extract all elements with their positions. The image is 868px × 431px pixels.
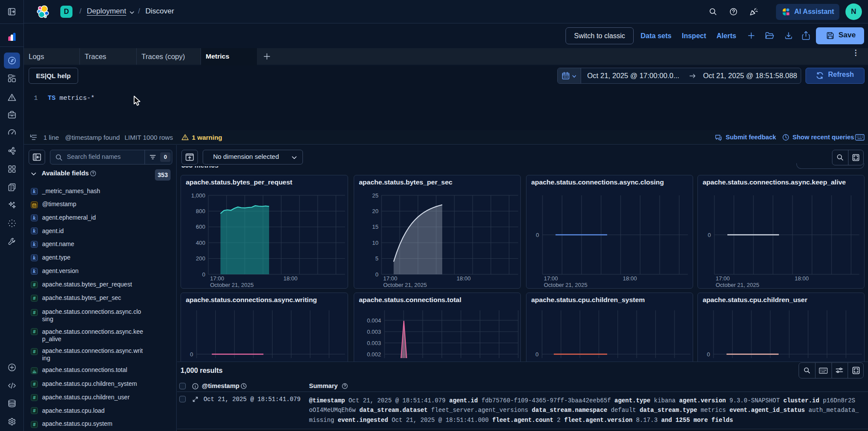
svg-text:17:00: 17:00 (716, 275, 730, 282)
svg-text:25: 25 (372, 192, 378, 199)
svg-text:400: 400 (196, 240, 205, 246)
svg-text:17:00: 17:00 (210, 275, 224, 282)
svg-text:0.003: 0.003 (367, 340, 381, 346)
svg-text:October 21, 2025: October 21, 2025 (544, 282, 587, 288)
svg-text:October 21, 2025: October 21, 2025 (210, 282, 253, 288)
svg-text:0: 0 (375, 271, 378, 278)
svg-text:0: 0 (190, 351, 193, 358)
svg-text:18:00: 18:00 (457, 275, 471, 282)
svg-text:0: 0 (707, 351, 710, 358)
svg-text:18:00: 18:00 (623, 275, 637, 282)
svg-text:0: 0 (536, 351, 539, 358)
svg-text:0: 0 (202, 271, 205, 278)
svg-text:200: 200 (196, 255, 205, 262)
svg-text:October 21, 2025: October 21, 2025 (383, 282, 427, 288)
svg-text:0.002: 0.002 (367, 351, 381, 358)
svg-text:5: 5 (375, 255, 378, 262)
svg-text:18:00: 18:00 (283, 275, 298, 282)
svg-text:10: 10 (372, 240, 378, 246)
svg-text:20: 20 (372, 208, 378, 214)
svg-text:0.004: 0.004 (367, 317, 381, 324)
svg-text:600: 600 (196, 224, 205, 230)
svg-text:800: 800 (196, 208, 205, 214)
svg-text:15: 15 (372, 224, 378, 230)
svg-text:17:00: 17:00 (383, 275, 398, 282)
svg-text:October 21, 2025: October 21, 2025 (716, 282, 759, 288)
svg-text:1,000: 1,000 (191, 192, 205, 199)
svg-text:17:00: 17:00 (544, 275, 558, 282)
svg-text:18:00: 18:00 (795, 275, 809, 282)
svg-text:0: 0 (536, 232, 539, 238)
svg-text:0: 0 (708, 232, 711, 238)
svg-text:0.003: 0.003 (367, 329, 381, 335)
